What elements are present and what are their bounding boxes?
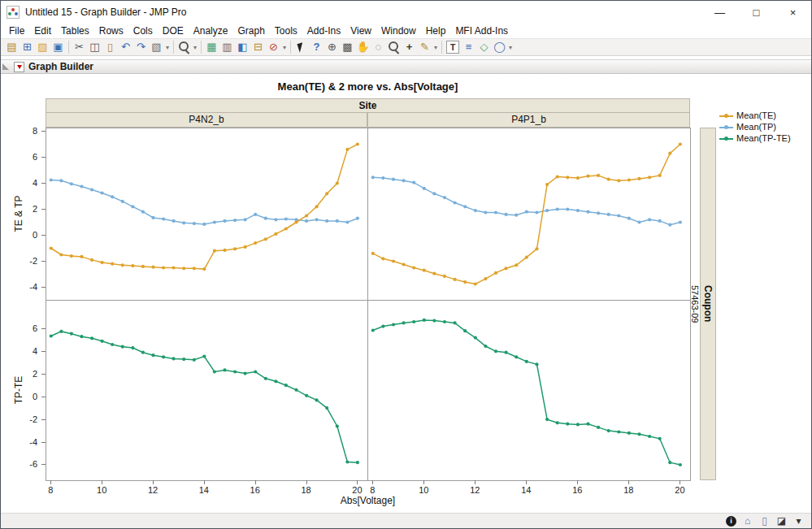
menu-item-add-ins[interactable]: Add-Ins: [302, 24, 345, 37]
y-tick-mark: [41, 235, 46, 236]
clipboard-status-icon[interactable]: ▯: [758, 515, 771, 527]
open-icon[interactable]: ▨: [35, 40, 50, 54]
toolbar-dropdown-icon[interactable]: ▾: [192, 44, 198, 51]
red-triangle-menu-icon[interactable]: [14, 62, 24, 72]
lines-annotate-icon[interactable]: ≡: [461, 40, 476, 54]
plot-panel-p4n2-b-row1[interactable]: [46, 300, 368, 481]
title-bar: Untitled 15 - Graph Builder - JMP Pro — …: [1, 1, 811, 24]
menu-item-window[interactable]: Window: [376, 24, 421, 37]
menu-item-doe[interactable]: DOE: [158, 24, 189, 37]
plus-tool-icon[interactable]: +: [402, 40, 417, 54]
menu-item-mfi-add-ins[interactable]: MFI Add-Ins: [450, 24, 513, 37]
toolbar-dropdown-icon[interactable]: ▾: [507, 44, 514, 51]
x-axis-label: Abs[Voltage]: [46, 495, 690, 506]
selection-arrow-icon[interactable]: [293, 40, 309, 54]
legend-item[interactable]: Mean(TP): [719, 121, 791, 132]
oval-annotate-icon[interactable]: ◯: [492, 40, 507, 54]
lasso-tool-icon[interactable]: ◌: [371, 40, 386, 54]
y-tick-mark: [41, 442, 46, 443]
data-table-icon[interactable]: ▦: [204, 40, 219, 54]
pencil-tool-icon[interactable]: ✎: [417, 40, 432, 54]
script-icon[interactable]: ▧: [149, 40, 164, 54]
menu-item-analyze[interactable]: Analyze: [189, 24, 233, 37]
window-title: Untitled 15 - Graph Builder - JMP Pro: [25, 7, 187, 18]
y-tick-label: -6: [16, 459, 37, 469]
summary-icon[interactable]: ▥: [219, 40, 235, 54]
database-icon[interactable]: ⊟: [250, 40, 266, 54]
menu-item-help[interactable]: Help: [421, 24, 451, 37]
y-tick-label: 6: [16, 323, 37, 333]
x-tick-label: 8: [370, 485, 375, 495]
x-tick-label: 14: [521, 485, 531, 495]
menu-item-tools[interactable]: Tools: [270, 24, 302, 37]
y-tick-label: 4: [16, 346, 37, 356]
menu-item-edit[interactable]: Edit: [29, 24, 56, 37]
copy-icon[interactable]: ◫: [87, 40, 102, 54]
x-tick-label: 10: [419, 485, 428, 495]
x-tick-mark: [204, 480, 205, 484]
legend-swatch-icon: [719, 112, 733, 119]
save-icon[interactable]: ▣: [50, 40, 66, 54]
toolbar: ▤⊞▨▣✂◫▯↶↷▧▾▾▦▥◧⊟⊘▾?⊕▩✋◌+✎▾T≡◇◯▾: [1, 38, 811, 56]
hand-tool-icon[interactable]: ✋: [355, 40, 371, 54]
plot-panel-p4p1-b-row1[interactable]: [367, 300, 691, 481]
x-tick-mark: [306, 480, 307, 484]
undo-icon[interactable]: ↶: [118, 40, 133, 54]
legend-label: Mean(TP): [736, 122, 776, 132]
x-tick-label: 16: [250, 485, 260, 495]
menu-item-file[interactable]: File: [4, 24, 29, 37]
chart-title: Mean(TE) & 2 more vs. Abs[Voltage]: [46, 80, 690, 93]
plot-panel-p4n2-b-row0[interactable]: [46, 128, 368, 301]
x-tick-mark: [577, 480, 578, 484]
menu-item-cols[interactable]: Cols: [128, 24, 158, 37]
exclude-icon[interactable]: ⊘: [266, 40, 281, 54]
menu-item-rows[interactable]: Rows: [94, 24, 128, 37]
zoom-tool-icon[interactable]: [386, 40, 402, 54]
new-journal-icon[interactable]: ▤: [4, 40, 20, 54]
menu-item-tables[interactable]: Tables: [56, 24, 94, 37]
graph-builder-chart: Mean(TE) & 2 more vs. Abs[Voltage] Site …: [1, 74, 811, 513]
facet-row-value-text: 57463-09: [690, 285, 700, 323]
home-window-icon[interactable]: ⌂: [741, 515, 753, 527]
y-tick-label: 6: [16, 152, 37, 162]
journal-page-icon[interactable]: ◧: [235, 40, 250, 54]
menu-item-graph[interactable]: Graph: [232, 24, 269, 37]
maximize-button[interactable]: □: [738, 1, 775, 24]
outline-collapse-icon[interactable]: [2, 63, 9, 70]
toolbar-separator: [68, 41, 69, 54]
crosshair-tool-icon[interactable]: ⊕: [324, 40, 340, 54]
paste-icon[interactable]: ▯: [102, 40, 118, 54]
legend-item[interactable]: Mean(TE): [719, 110, 791, 121]
x-tick-label: 12: [148, 485, 158, 495]
close-button[interactable]: ×: [775, 1, 811, 24]
report-area: Mean(TE) & 2 more vs. Abs[Voltage] Site …: [1, 74, 811, 513]
cut-icon[interactable]: ✂: [72, 40, 87, 54]
info-status-icon[interactable]: i: [726, 516, 736, 527]
y-tick-label: -2: [16, 256, 37, 266]
outline-header: Graph Builder: [1, 59, 811, 74]
brush-tool-icon[interactable]: ▩: [340, 40, 355, 54]
status-dropdown-icon[interactable]: ▾: [792, 515, 805, 527]
y-tick-mark: [41, 209, 46, 210]
app-window: Untitled 15 - Graph Builder - JMP Pro — …: [0, 0, 812, 529]
menu-item-view[interactable]: View: [345, 24, 376, 37]
x-tick-label: 10: [97, 485, 106, 495]
toolbar-dropdown-icon[interactable]: ▾: [281, 44, 288, 51]
legend-item[interactable]: Mean(TP-TE): [719, 132, 791, 144]
x-tick-mark: [357, 480, 358, 484]
toolbar-dropdown-icon[interactable]: ▾: [432, 44, 439, 51]
help-tool-icon[interactable]: ?: [309, 40, 324, 54]
y-tick-mark: [41, 287, 46, 288]
new-data-table-icon[interactable]: ⊞: [20, 40, 35, 54]
toolbar-dropdown-icon[interactable]: ▾: [164, 44, 171, 51]
facet-label-p4n2-b: P4N2_b: [46, 112, 367, 128]
x-tick-label: 18: [301, 485, 310, 495]
plot-panel-p4p1-b-row0[interactable]: [367, 128, 691, 301]
minimize-button[interactable]: —: [701, 1, 738, 24]
redo-icon[interactable]: ↷: [133, 40, 149, 54]
search-icon[interactable]: [176, 40, 192, 54]
x-tick-mark: [102, 480, 102, 484]
polygon-annotate-icon[interactable]: ◇: [476, 40, 492, 54]
text-annotate-icon[interactable]: T: [446, 41, 459, 54]
display-box-icon[interactable]: ◪: [775, 515, 788, 527]
